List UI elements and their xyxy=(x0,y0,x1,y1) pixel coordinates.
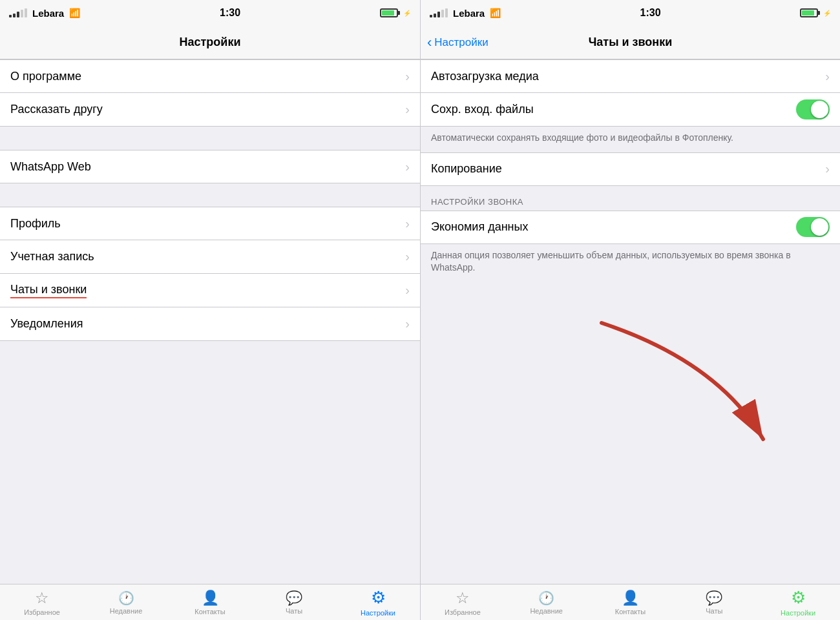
right-tab-bar: ☆ Избранное 🕐 Недавние 👤 Контакты 💬 Чаты… xyxy=(421,584,840,620)
profile-chevron: › xyxy=(405,216,410,231)
right-carrier-label: Lebara xyxy=(453,8,485,19)
signal-icon xyxy=(9,8,27,17)
account-label: Учетная запись xyxy=(10,250,94,264)
right-nav-bar: ‹ Настройки Чаты и звонки xyxy=(421,26,840,59)
favorites-label: Избранное xyxy=(24,608,60,616)
right-settings-list: Автозагрузка медиа › Сохр. вход. файлы А… xyxy=(421,59,840,584)
tab-contacts[interactable]: 👤 Контакты xyxy=(168,590,252,615)
chats-calls-text: Чаты и звонки xyxy=(10,283,87,298)
right-status-left: Lebara 📶 xyxy=(430,8,501,19)
nav-back-label: Настройки xyxy=(434,36,488,49)
right-recents-label: Недавние xyxy=(530,607,563,615)
recents-label: Недавние xyxy=(110,607,143,615)
about-chevron: › xyxy=(405,69,410,84)
save-incoming-toggle[interactable] xyxy=(796,99,830,119)
left-time: 1:30 xyxy=(220,7,240,19)
left-nav-title: Настройки xyxy=(180,36,241,49)
tab-settings[interactable]: ⚙ Настройки xyxy=(336,588,420,617)
tell-friend-chevron: › xyxy=(405,102,410,117)
left-status-bar: Lebara 📶 1:30 ⚡ xyxy=(0,0,420,26)
about-label: О программе xyxy=(10,70,81,83)
profile-item[interactable]: Профиль › xyxy=(0,207,420,240)
auto-download-label: Автозагрузка медиа xyxy=(431,70,539,83)
left-settings-list: О программе › Рассказать другу › WhatsAp… xyxy=(0,59,420,584)
chats-calls-label: Чаты и звонки xyxy=(10,283,87,298)
right-panel: Lebara 📶 1:30 ⚡ ‹ Настройки Чаты и звонк… xyxy=(420,0,840,620)
recents-icon: 🕐 xyxy=(118,590,134,606)
copy-item[interactable]: Копирование › xyxy=(421,152,840,186)
data-saving-item[interactable]: Экономия данных xyxy=(421,211,840,244)
right-settings-icon: ⚙ xyxy=(791,588,806,608)
call-settings-header-text: НАСТРОЙКИ ЗВОНКА xyxy=(431,197,523,207)
right-tab-contacts[interactable]: 👤 Контакты xyxy=(589,590,673,615)
data-saving-toggle[interactable] xyxy=(796,217,830,237)
notifications-item[interactable]: Уведомления › xyxy=(0,307,420,341)
right-status-right: ⚡ xyxy=(800,8,831,17)
gap-2 xyxy=(0,183,420,207)
tell-friend-label: Рассказать другу xyxy=(10,103,103,116)
data-saving-label: Экономия данных xyxy=(431,220,529,234)
left-panel: Lebara 📶 1:30 ⚡ Настройки О программе › … xyxy=(0,0,420,620)
right-wifi-icon: 📶 xyxy=(490,8,501,18)
right-tab-recents[interactable]: 🕐 Недавние xyxy=(505,590,589,615)
media-desc: Автоматически сохранять входящие фото и … xyxy=(421,127,840,152)
tell-friend-item[interactable]: Рассказать другу › xyxy=(0,93,420,127)
chats-calls-item[interactable]: Чаты и звонки › xyxy=(0,274,420,307)
account-chevron: › xyxy=(405,249,410,264)
left-nav-bar: Настройки xyxy=(0,26,420,59)
left-tab-bar: ☆ Избранное 🕐 Недавние 👤 Контакты 💬 Чаты… xyxy=(0,584,420,620)
contacts-icon: 👤 xyxy=(202,590,219,606)
tab-chats[interactable]: 💬 Чаты xyxy=(252,590,336,615)
right-contacts-label: Контакты xyxy=(615,608,646,615)
right-chats-icon: 💬 xyxy=(706,590,722,606)
right-chats-label: Чаты xyxy=(706,607,722,615)
account-item[interactable]: Учетная запись › xyxy=(0,240,420,274)
wifi-icon: 📶 xyxy=(69,8,80,18)
right-nav-subtitle: Чаты и звонки xyxy=(589,36,673,48)
right-tab-settings[interactable]: ⚙ Настройки xyxy=(756,588,840,617)
chats-label: Чаты xyxy=(286,607,302,615)
nav-back-button[interactable]: ‹ Настройки xyxy=(427,36,488,50)
notifications-label: Уведомления xyxy=(10,317,83,331)
chats-icon: 💬 xyxy=(286,590,302,606)
chats-calls-chevron: › xyxy=(405,283,410,298)
back-chevron-icon: ‹ xyxy=(427,36,432,50)
right-time: 1:30 xyxy=(640,7,661,19)
right-tab-favorites[interactable]: ☆ Избранное xyxy=(421,589,505,616)
charging-bolt: ⚡ xyxy=(403,10,411,17)
right-charging-bolt: ⚡ xyxy=(823,10,831,17)
save-incoming-item[interactable]: Сохр. вход. файлы xyxy=(421,93,840,127)
right-recents-icon: 🕐 xyxy=(538,590,554,606)
tab-favorites[interactable]: ☆ Избранное xyxy=(0,589,84,616)
right-battery-fill xyxy=(802,10,814,16)
right-tab-chats[interactable]: 💬 Чаты xyxy=(672,590,756,615)
profile-label: Профиль xyxy=(10,217,61,231)
left-status-right: ⚡ xyxy=(380,8,411,17)
contacts-label: Контакты xyxy=(194,608,226,615)
copy-label: Копирование xyxy=(431,162,502,176)
save-incoming-label: Сохр. вход. файлы xyxy=(431,103,534,116)
toggle-knob xyxy=(811,101,828,118)
left-status-left: Lebara 📶 xyxy=(9,8,80,19)
right-contacts-icon: 👤 xyxy=(622,590,639,606)
data-saving-toggle-knob xyxy=(811,218,828,236)
about-item[interactable]: О программе › xyxy=(0,59,420,93)
call-desc: Данная опция позволяет уменьшить объем д… xyxy=(421,244,840,282)
whatsapp-web-label: WhatsApp Web xyxy=(10,160,91,174)
whatsapp-web-chevron: › xyxy=(405,160,410,174)
call-settings-header: НАСТРОЙКИ ЗВОНКА xyxy=(421,186,840,211)
battery-icon xyxy=(380,8,398,17)
right-nav-title: Чаты и звонки xyxy=(589,36,673,49)
right-signal-icon xyxy=(430,8,448,17)
auto-download-chevron: › xyxy=(825,69,830,84)
carrier-label: Lebara xyxy=(32,8,64,19)
right-settings-label: Настройки xyxy=(781,609,815,617)
gap-1 xyxy=(0,127,420,150)
auto-download-item[interactable]: Автозагрузка медиа › xyxy=(421,59,840,93)
settings-icon: ⚙ xyxy=(371,588,386,608)
whatsapp-web-item[interactable]: WhatsApp Web › xyxy=(0,150,420,183)
favorites-icon: ☆ xyxy=(35,589,49,607)
notifications-chevron: › xyxy=(405,316,410,331)
settings-label: Настройки xyxy=(361,609,395,617)
tab-recents[interactable]: 🕐 Недавние xyxy=(84,590,168,615)
